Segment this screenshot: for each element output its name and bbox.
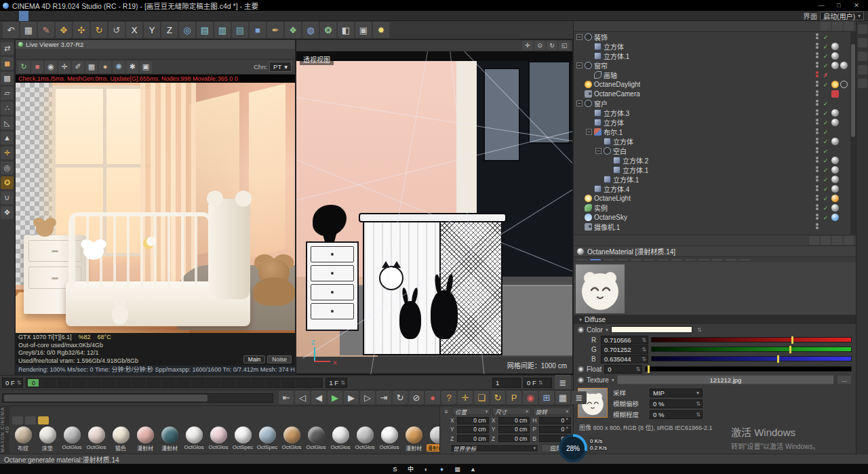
coordinate-field[interactable]: 0 cm [457, 417, 489, 424]
object-row[interactable]: 实例 [574, 203, 856, 212]
visibility-dots[interactable] [813, 223, 821, 230]
object-row[interactable]: − 布尔.1 [574, 127, 856, 136]
timeline-marker[interactable]: 0 [28, 379, 39, 387]
menu-item[interactable] [9, 11, 19, 21]
material-item[interactable]: 猫色 [109, 427, 132, 452]
object-row[interactable]: 立方体.3 [574, 108, 856, 117]
tag-icon[interactable] [831, 43, 839, 50]
help-button[interactable]: ? [441, 391, 456, 404]
ime-lang-icon[interactable]: 中 [406, 465, 415, 473]
object-name[interactable]: 窗帘 [594, 60, 608, 71]
scale-tool-icon[interactable]: ✣ [73, 22, 90, 38]
loop-button[interactable]: ↻ [393, 391, 408, 404]
channel-slider[interactable] [651, 347, 852, 352]
end-frame-field[interactable]: 1 F⇅ [326, 378, 347, 388]
search-icon[interactable] [821, 22, 831, 31]
object-name[interactable]: 立方体 [613, 136, 633, 146]
spinner-arrows-icon[interactable]: ⇅ [17, 380, 22, 386]
forward-icon[interactable] [821, 236, 831, 245]
object-row[interactable]: 立方体.1 [574, 165, 856, 174]
expand-toggle-icon[interactable]: − [576, 62, 583, 68]
slider-handle[interactable] [791, 336, 793, 344]
visibility-dots[interactable] [813, 52, 821, 59]
noise-pass-button[interactable]: Noise [267, 355, 292, 363]
view-pan-icon[interactable]: ✛ [522, 41, 533, 50]
object-row[interactable]: 立方体 [574, 117, 856, 127]
object-row[interactable]: OctaneLight [574, 193, 856, 203]
channel-tab[interactable] [616, 258, 629, 261]
visibility-dots[interactable] [813, 204, 821, 211]
material-item[interactable]: OctSpec [231, 427, 254, 452]
menu-item[interactable] [142, 11, 152, 21]
rotate-tool-icon[interactable]: ↻ [91, 22, 107, 38]
material-item[interactable]: 床垫 [36, 427, 59, 452]
texture-mode-icon[interactable]: ▩ [1, 72, 14, 85]
enable-toggle[interactable] [821, 100, 830, 107]
menu-item[interactable] [133, 11, 142, 21]
axis-x-button[interactable]: X [126, 22, 142, 38]
progress-badge[interactable]: 28% [559, 434, 587, 462]
material-item[interactable]: OctSpec [256, 427, 279, 452]
channel-tab[interactable] [644, 258, 656, 261]
enable-toggle[interactable] [821, 147, 830, 155]
record-rotation-button[interactable]: ↻ [490, 391, 505, 404]
visibility-dots[interactable] [813, 138, 821, 144]
channel-tab[interactable] [589, 258, 601, 261]
enable-toggle[interactable] [821, 33, 830, 41]
object-name[interactable]: 空白 [613, 146, 627, 156]
spinner-arrows-icon[interactable]: ⇅ [697, 327, 702, 333]
preview-start-field[interactable]: 1 [492, 378, 521, 388]
object-name[interactable]: 立方体.3 [604, 108, 629, 118]
record-button[interactable]: ● [425, 391, 440, 404]
object-row[interactable]: 立方体 [574, 136, 856, 146]
panel-menu-button[interactable]: ≣ [572, 391, 587, 404]
home-icon[interactable] [832, 22, 842, 31]
object-name[interactable]: 窗户 [594, 98, 608, 108]
workplane-mode-icon[interactable]: ▱ [1, 87, 14, 100]
ime-mode-icon[interactable]: ◐ [422, 465, 431, 473]
object-name[interactable]: OctaneDaylight [594, 81, 640, 88]
tag-icon[interactable] [831, 195, 839, 202]
prev-key-button[interactable]: ◁ [295, 391, 310, 404]
tray-more-icon[interactable]: ▲ [469, 465, 477, 473]
structure-rail-icon[interactable] [858, 52, 867, 61]
channel-tab[interactable] [711, 258, 724, 261]
object-row[interactable]: OctaneDaylight [574, 79, 856, 89]
view-zoom-icon[interactable]: ⊙ [534, 41, 545, 50]
object-row[interactable]: OctaneSky [574, 212, 856, 222]
tag-icon[interactable] [831, 62, 839, 69]
channel-slider[interactable] [651, 356, 852, 361]
prev-frame-button[interactable]: ◀ [311, 391, 326, 404]
material-item[interactable]: OctGlos [329, 427, 352, 452]
more-icon[interactable] [844, 236, 854, 245]
object-name[interactable]: 立方体.2 [623, 155, 648, 165]
solo-mode-icon[interactable]: ◎ [1, 161, 14, 174]
object-name[interactable]: 摄像机.1 [594, 222, 620, 232]
octane-pick-material-icon[interactable]: ✐ [72, 61, 84, 73]
spinner-arrows-icon[interactable]: ⇅ [642, 337, 646, 343]
object-row[interactable]: 立方体 [574, 41, 856, 51]
menu-item[interactable] [171, 11, 180, 21]
object-row[interactable]: OctaneCamera [574, 89, 856, 98]
timeline-ruler[interactable]: 0 [26, 378, 323, 388]
snap-icon[interactable]: ∪ [1, 191, 14, 204]
view-toggle-icon[interactable]: ◱ [559, 41, 570, 50]
blur-offset-field[interactable]: 0 %⇅ [650, 399, 703, 408]
channel-tab[interactable] [603, 258, 615, 261]
channel-select[interactable]: PT▾ [269, 62, 292, 72]
material-item[interactable]: OctGlos [85, 427, 108, 452]
menu-item[interactable] [180, 11, 190, 21]
object-row[interactable]: 立方体.2 [574, 155, 856, 165]
last-tool-icon[interactable]: ↺ [108, 22, 125, 38]
ghost-button[interactable]: ⊘ [409, 391, 424, 404]
material-rail-icon[interactable] [858, 65, 867, 75]
timeline-scrollbar[interactable] [2, 393, 273, 403]
axis-mode-icon[interactable]: ✛ [1, 146, 14, 159]
visibility-dots[interactable] [813, 195, 821, 201]
visibility-dots[interactable] [813, 176, 821, 182]
play-button[interactable]: ▶ [328, 391, 342, 404]
keyframe-selection-button[interactable]: ⊞ [539, 391, 554, 404]
material-item[interactable]: 布纹 [12, 427, 35, 452]
object-name[interactable]: 画轴 [604, 70, 617, 80]
material-item[interactable]: OctGlos [353, 427, 376, 452]
